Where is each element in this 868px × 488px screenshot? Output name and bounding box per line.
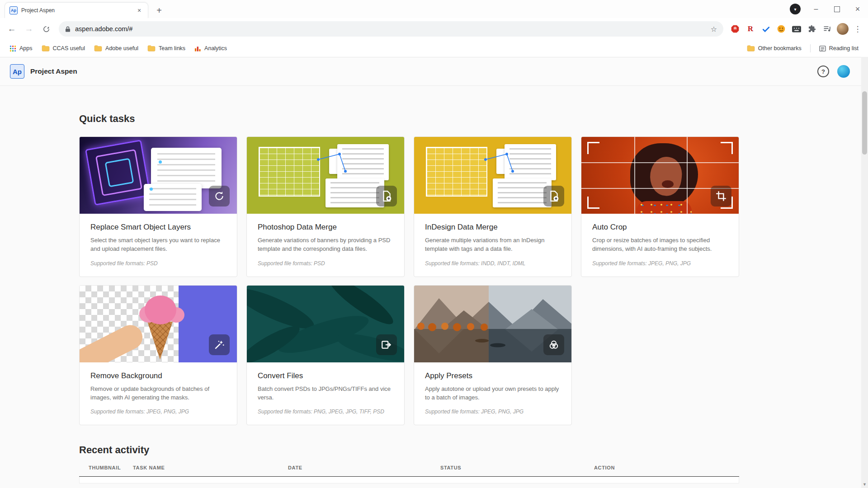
r-extension-icon[interactable]: R — [743, 22, 758, 36]
card-formats: Supported file formats: INDD, INDT, IDML — [425, 260, 561, 267]
card-body: Photoshop Data Merge Generate variations… — [247, 214, 404, 277]
bookmark-analytics[interactable]: Analytics — [190, 43, 231, 53]
card-remove-background[interactable]: Remove Background Remove or update backg… — [79, 285, 237, 426]
bookmarks-divider — [810, 44, 811, 52]
other-bookmarks-button[interactable]: Other bookmarks — [743, 43, 806, 53]
extensions-puzzle-icon[interactable] — [805, 22, 819, 36]
check-extension-icon[interactable] — [759, 22, 773, 36]
app-logo[interactable]: Ap — [10, 64, 24, 79]
browser-tab[interactable]: Ap Project Aspen × — [5, 2, 148, 18]
forward-button[interactable]: → — [21, 21, 37, 37]
card-formats: Supported file formats: JPEG, PNG, JPG — [425, 408, 561, 415]
card-description: Select the smart object layers you want … — [90, 236, 227, 253]
smiley-extension-icon[interactable] — [774, 22, 788, 36]
maximize-button[interactable] — [826, 0, 847, 18]
bookmark-label: Apps — [19, 45, 33, 52]
help-icon[interactable]: ? — [817, 66, 829, 77]
file-add-icon — [543, 186, 564, 206]
titlebar-extension-button[interactable]: ▾ — [785, 0, 806, 18]
window-controls: ▾ – × — [785, 0, 868, 18]
card-title: Replace Smart Object Layers — [90, 223, 226, 232]
card-title: Convert Files — [258, 371, 393, 380]
maximize-icon — [834, 6, 840, 12]
bookmarks-bar: Apps CCAS useful Adobe useful Team links… — [0, 40, 868, 57]
browser-menu-icon[interactable]: ⋮ — [851, 24, 864, 34]
card-description: Remove or update backgrounds of batches … — [90, 385, 227, 402]
scroll-down-icon[interactable]: ▼ — [861, 482, 868, 487]
browser-titlebar: Ap Project Aspen × + ▾ – × — [0, 0, 868, 18]
back-button[interactable]: ← — [4, 21, 20, 37]
tab-favicon-icon: Ap — [9, 6, 18, 14]
bookmark-folder-team[interactable]: Team links — [143, 43, 189, 53]
main-content: Quick tasks Replace Smart Object Layers … — [0, 113, 868, 483]
recent-activity-table: THUMBNAIL TASK NAME DATE STATUS ACTION — [79, 465, 739, 483]
crop-icon — [711, 186, 731, 206]
url-text: aspen.adobe.com/# — [75, 25, 132, 33]
browser-toolbar: ← → aspen.adobe.com/# ☆ R ⋮ — [0, 18, 868, 40]
card-body: Apply Presets Apply autotone or upload y… — [414, 362, 571, 425]
bookmark-apps[interactable]: Apps — [5, 43, 37, 54]
card-title: Apply Presets — [425, 371, 561, 380]
card-indesign-data-merge[interactable]: InDesign Data Merge Generate multiple va… — [414, 136, 572, 277]
card-body: Auto Crop Crop or resize batches of imag… — [581, 214, 739, 277]
quick-tasks-title: Quick tasks — [79, 113, 868, 125]
bookmark-label: Analytics — [204, 45, 227, 52]
close-window-button[interactable]: × — [847, 0, 868, 18]
card-illustration — [581, 137, 739, 214]
folder-icon — [747, 45, 755, 52]
tab-close-icon[interactable]: × — [135, 6, 143, 14]
card-formats: Supported file formats: JPEG, PNG, JPG — [90, 408, 226, 415]
keyboard-extension-icon[interactable] — [789, 22, 804, 36]
column-header-thumbnail: THUMBNAIL — [89, 465, 133, 470]
card-body: InDesign Data Merge Generate multiple va… — [414, 214, 571, 277]
user-avatar[interactable] — [837, 65, 850, 78]
reading-list-label: Reading list — [829, 45, 859, 52]
minimize-button[interactable]: – — [806, 0, 826, 18]
card-illustration — [247, 137, 404, 214]
page-scrollbar[interactable]: ▼ — [861, 57, 868, 488]
card-formats: Supported file formats: PSD — [258, 260, 393, 267]
tab-title: Project Aspen — [21, 7, 132, 14]
magic-wand-icon — [209, 334, 230, 355]
chevron-down-icon: ▾ — [790, 4, 801, 14]
playlist-extension-icon[interactable] — [820, 22, 835, 36]
reload-button[interactable] — [38, 21, 54, 37]
card-description: Generate multiple variations from an InD… — [425, 236, 561, 253]
column-header-action: ACTION — [594, 465, 739, 470]
table-row[interactable] — [79, 477, 739, 483]
adblock-extension-icon[interactable] — [728, 22, 742, 36]
card-title: InDesign Data Merge — [425, 223, 561, 232]
card-title: Auto Crop — [592, 223, 728, 232]
bookmark-folder-ccas[interactable]: CCAS useful — [38, 43, 90, 53]
quick-tasks-grid: Replace Smart Object Layers Select the s… — [79, 136, 739, 425]
new-tab-button[interactable]: + — [153, 4, 165, 17]
card-body: Replace Smart Object Layers Select the s… — [80, 214, 237, 277]
card-photoshop-data-merge[interactable]: Photoshop Data Merge Generate variations… — [246, 136, 405, 277]
card-illustration — [80, 286, 237, 362]
scrollbar-thumb[interactable] — [862, 91, 867, 155]
card-apply-presets[interactable]: Apply Presets Apply autotone or upload y… — [414, 285, 572, 426]
card-description: Generate variations of banners by provid… — [258, 236, 394, 253]
apps-grid-icon — [9, 45, 16, 52]
card-formats: Supported file formats: JPEG, PNG, JPG — [592, 260, 728, 267]
bookmark-star-icon[interactable]: ☆ — [711, 25, 717, 33]
card-convert-files[interactable]: Convert Files Batch convert PSDs to JPGs… — [246, 285, 405, 426]
bookmark-folder-adobe[interactable]: Adobe useful — [90, 43, 142, 53]
card-replace-smart-object-layers[interactable]: Replace Smart Object Layers Select the s… — [79, 136, 237, 277]
blend-circles-icon — [543, 334, 564, 355]
profile-avatar[interactable] — [835, 22, 850, 36]
column-header-status: STATUS — [440, 465, 594, 470]
folder-icon — [94, 45, 102, 52]
reading-list-button[interactable]: Reading list — [815, 43, 863, 54]
card-description: Apply autotone or upload your own preset… — [425, 385, 561, 402]
app-header: Ap Project Aspen ? — [0, 57, 868, 86]
sync-icon — [209, 186, 230, 206]
column-header-task-name: TASK NAME — [133, 465, 288, 470]
card-auto-crop[interactable]: Auto Crop Crop or resize batches of imag… — [581, 136, 739, 277]
reading-list-icon — [819, 45, 826, 52]
folder-icon — [42, 45, 50, 52]
address-bar[interactable]: aspen.adobe.com/# ☆ — [59, 21, 723, 37]
card-formats: Supported file formats: PNG, JPEG, JPG, … — [258, 408, 393, 415]
card-description: Batch convert PSDs to JPGs/PNGs/TIFFs an… — [258, 385, 394, 402]
recent-activity-title: Recent activity — [79, 444, 868, 456]
